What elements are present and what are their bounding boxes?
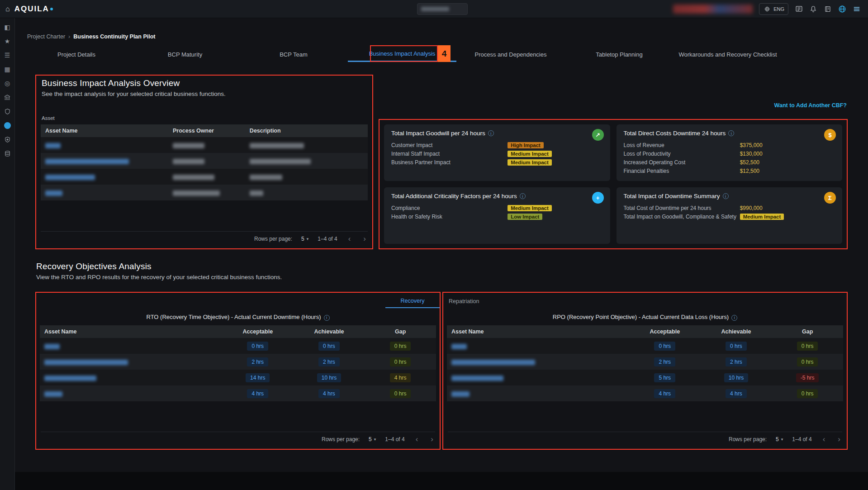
redacted-asset-link[interactable] (45, 159, 129, 164)
redacted-asset-link[interactable] (44, 360, 128, 365)
info-icon[interactable]: i (731, 315, 737, 321)
bell-icon[interactable] (809, 5, 817, 13)
achievable-chip[interactable]: 4 hrs (318, 389, 340, 398)
redacted-region (673, 5, 753, 14)
redacted-asset-link[interactable] (451, 344, 467, 349)
menu-icon[interactable] (853, 5, 861, 13)
shield-lock-icon[interactable] (3, 135, 12, 144)
achievable-chip[interactable]: 10 hrs (317, 373, 341, 382)
acceptable-chip[interactable]: 5 hrs (654, 373, 675, 382)
redacted-cell (250, 159, 311, 164)
next-page-button[interactable]: › (361, 235, 368, 243)
overview-subtitle: See the impact analysis for your selecte… (42, 90, 226, 97)
acceptable-chip[interactable]: 4 hrs (654, 389, 675, 398)
language-selector[interactable]: ENG (759, 3, 788, 15)
add-cbf-link[interactable]: Want to Add Another CBF? (774, 102, 847, 109)
achievable-chip[interactable]: 4 hrs (726, 389, 747, 398)
prev-page-button[interactable]: ‹ (821, 435, 827, 443)
rows-per-page-select[interactable]: 5 ▾ (369, 436, 376, 442)
redacted-asset-link[interactable] (44, 376, 96, 381)
tab-bcp-maturity[interactable]: BCP Maturity (131, 47, 239, 62)
table-row: 0 hrs 0 hrs 0 hrs (40, 338, 436, 354)
recovery-section-subtitle: View the RTO and RPO results for the rec… (36, 274, 282, 281)
breadcrumb-parent-link[interactable]: Project Charter (27, 33, 65, 40)
redacted-cell (173, 190, 220, 196)
redacted-asset-link[interactable] (45, 143, 61, 148)
book-icon[interactable] (824, 5, 832, 13)
helm-icon[interactable]: ◎ (3, 79, 12, 88)
home-icon[interactable]: ⌂ (5, 5, 10, 13)
app-logo: AQUILA (14, 5, 49, 14)
cost-label: Increased Operating Cost (624, 159, 740, 166)
summary-icon: Σ (824, 192, 836, 204)
achievable-chip[interactable]: 0 hrs (726, 342, 747, 351)
acceptable-chip[interactable]: 0 hrs (654, 342, 675, 351)
search-input[interactable] (417, 3, 468, 15)
active-module-icon[interactable] (3, 121, 12, 130)
caret-down-icon: ▾ (307, 237, 309, 241)
redacted-asset-link[interactable] (45, 190, 62, 196)
redacted-asset-link[interactable] (451, 391, 470, 397)
page-range: 1–4 of 4 (792, 436, 811, 442)
redacted-asset-link[interactable] (45, 175, 95, 180)
table-row (41, 185, 368, 200)
grid-icon[interactable]: ▦ (3, 65, 12, 74)
rows-per-page-label: Rows per page: (322, 436, 360, 442)
breadcrumb: Project Charter › Business Continuity Pl… (27, 33, 156, 40)
achievable-chip[interactable]: 2 hrs (726, 357, 747, 366)
list-icon[interactable]: ☰ (3, 51, 12, 60)
tab-workarounds-recovery-checklist[interactable]: Workarounds and Recovery Checklist (674, 47, 782, 62)
achievable-chip[interactable]: 2 hrs (318, 357, 340, 366)
next-page-button[interactable]: › (429, 435, 435, 443)
rows-per-page-label: Rows per page: (254, 236, 292, 242)
star-icon[interactable]: ★ (3, 37, 12, 46)
rows-per-page-select[interactable]: 5 ▾ (776, 436, 783, 442)
acceptable-chip[interactable]: 2 hrs (247, 357, 268, 366)
acceptable-chip[interactable]: 14 hrs (246, 373, 270, 382)
cost-value: $375,000 (740, 142, 763, 148)
acceptable-chip[interactable]: 4 hrs (247, 389, 268, 398)
tab-recovery[interactable]: Recovery (385, 295, 440, 308)
table-row (41, 153, 368, 169)
tab-repatriation[interactable]: Repatriation (449, 295, 479, 308)
tab-bcp-team[interactable]: BCP Team (239, 47, 348, 62)
panel-toggle-icon[interactable]: ◧ (3, 23, 12, 32)
redacted-asset-link[interactable] (451, 360, 535, 365)
next-page-button[interactable]: › (836, 435, 842, 443)
info-icon[interactable]: i (723, 193, 729, 199)
rows-per-page-select[interactable]: 5 ▾ (301, 236, 308, 242)
annotation-box-rpo: Repatriation RPO (Recovery Point Objecti… (442, 292, 848, 450)
impact-badge: Medium Impact (508, 151, 552, 157)
database-icon[interactable] (3, 149, 12, 158)
info-icon[interactable]: i (488, 130, 494, 136)
achievable-chip[interactable]: 0 hrs (318, 342, 340, 351)
info-icon[interactable]: i (728, 130, 734, 136)
shield-icon[interactable] (3, 107, 12, 116)
plus-icon: + (592, 192, 604, 204)
tab-process-and-dependencies[interactable]: Process and Dependencies (456, 47, 565, 62)
bank-icon[interactable] (3, 93, 12, 102)
acceptable-chip[interactable]: 2 hrs (654, 357, 675, 366)
achievable-chip[interactable]: 10 hrs (724, 373, 748, 382)
table-row (41, 137, 368, 153)
tab-tabletop-planning[interactable]: Tabletop Planning (565, 47, 674, 62)
column-gap: Gap (802, 328, 813, 335)
redacted-asset-link[interactable] (451, 376, 503, 381)
acceptable-chip[interactable]: 0 hrs (247, 342, 268, 351)
gap-chip: 4 hrs (390, 373, 411, 382)
summary-card: Total Impact of Downtime Summary i Σ Tot… (617, 187, 843, 244)
globe-network-icon[interactable] (838, 5, 846, 13)
rto-table-header: Asset Name Acceptable Achievable Gap (40, 325, 436, 338)
impact-label: Internal Staff Impact (391, 151, 508, 157)
info-icon[interactable]: i (324, 315, 330, 321)
prev-page-button[interactable]: ‹ (414, 435, 420, 443)
info-icon[interactable]: i (520, 193, 526, 199)
prev-page-button[interactable]: ‹ (346, 235, 353, 243)
breadcrumb-current: Business Continuity Plan Pilot (73, 33, 155, 40)
tab-project-details[interactable]: Project Details (22, 47, 131, 62)
redacted-asset-link[interactable] (44, 344, 60, 349)
column-description: Description (245, 128, 368, 134)
redacted-asset-link[interactable] (44, 391, 62, 397)
news-icon[interactable] (795, 5, 803, 13)
direct-costs-card-title: Total Direct Costs Downtime 24 hours (624, 130, 726, 137)
